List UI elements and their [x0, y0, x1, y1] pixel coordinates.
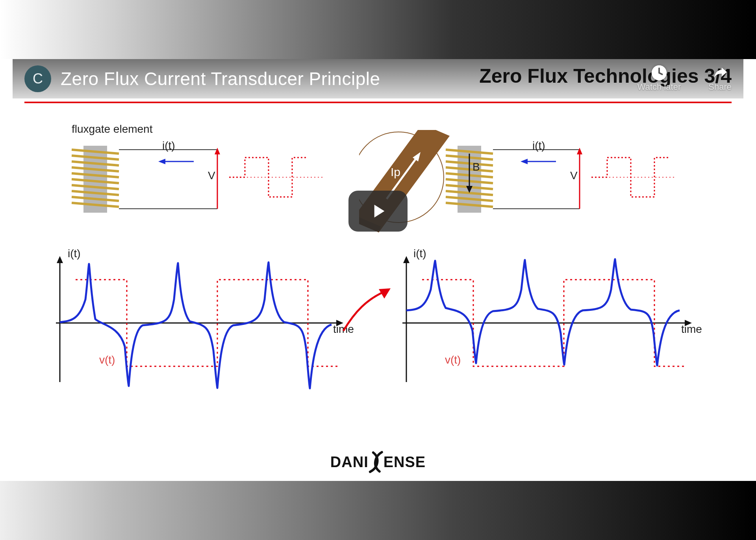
bottom-gradient-bar [0, 481, 756, 540]
label-it-top1: i(t) [162, 139, 175, 152]
svg-marker-40 [577, 148, 582, 154]
video-embed-frame: C Zero Flux Current Transducer Principle… [13, 59, 743, 481]
label-fluxgate: fluxgate element [72, 123, 152, 135]
left-waveform-plot [48, 252, 351, 394]
label-time2: time [681, 323, 702, 336]
clock-icon [650, 64, 668, 82]
logo-swoosh-icon [366, 450, 386, 474]
svg-marker-42 [521, 159, 528, 164]
youtube-title-overlay: C Zero Flux Current Transducer Principle… [13, 59, 743, 98]
share-icon [711, 64, 729, 82]
slide-divider-red [24, 102, 732, 103]
label-it-top2: i(t) [532, 139, 545, 152]
video-title[interactable]: Zero Flux Current Transducer Principle [61, 68, 380, 89]
play-button[interactable] [348, 191, 408, 232]
watch-later-button[interactable]: Watch later [637, 64, 681, 92]
label-vt2: v(t) [445, 354, 461, 366]
right-waveform-plot [395, 252, 702, 394]
label-V1: V [208, 169, 215, 182]
svg-marker-15 [215, 148, 220, 154]
share-button[interactable]: Share [708, 64, 732, 92]
right-fluxgate-schematic [359, 130, 682, 248]
play-icon [367, 200, 389, 222]
transition-arrow [339, 280, 398, 339]
label-V2: V [570, 169, 578, 182]
svg-marker-45 [57, 256, 63, 263]
label-B: B [472, 161, 480, 173]
channel-avatar[interactable]: C [24, 65, 51, 92]
left-fluxgate-schematic [48, 130, 355, 248]
watch-later-label: Watch later [637, 82, 681, 92]
label-it-plot2: i(t) [413, 247, 426, 260]
danisense-logo: DANI ENSE [330, 450, 426, 474]
label-it-plot1: i(t) [68, 247, 81, 260]
brand-part2: ENSE [384, 454, 426, 471]
brand-part1: DANI [330, 454, 369, 471]
corner-actions: Watch later Share [637, 64, 732, 92]
label-vt1: v(t) [99, 354, 115, 366]
svg-marker-17 [158, 159, 165, 164]
top-gradient-bar [0, 0, 756, 59]
avatar-letter: C [33, 71, 43, 87]
label-Ip: Ip [391, 165, 400, 179]
svg-marker-50 [403, 256, 410, 263]
share-label: Share [708, 82, 732, 92]
slide-content: fluxgate element i(t) V [48, 130, 720, 465]
